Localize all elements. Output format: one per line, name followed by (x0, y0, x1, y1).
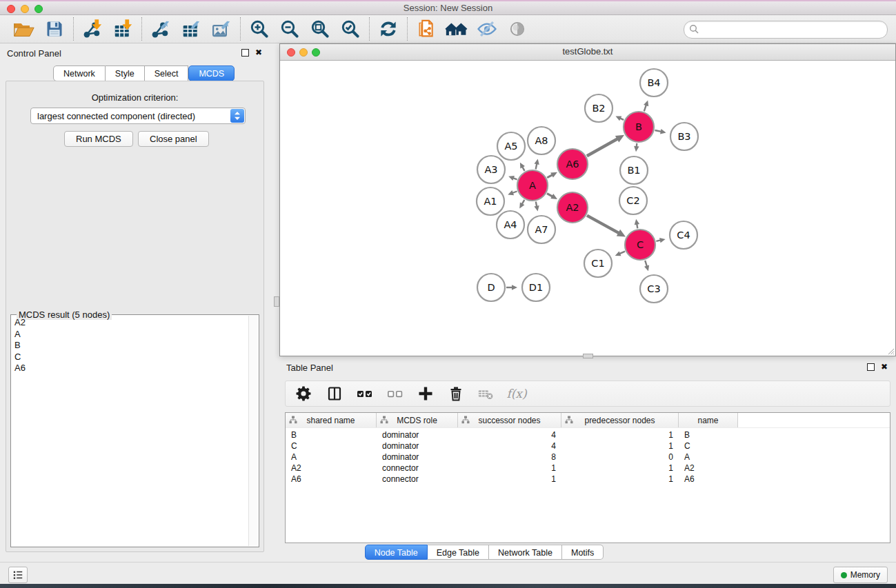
memory-button[interactable]: Memory (833, 567, 888, 583)
result-item[interactable]: A2 (12, 317, 249, 329)
column-header-name[interactable]: name (679, 413, 738, 427)
export-table-button[interactable] (179, 17, 203, 41)
table-row[interactable]: Adominator80A (286, 452, 738, 463)
network-zoom-traffic-light[interactable] (312, 48, 320, 57)
tab-mcds[interactable]: MCDS (188, 65, 235, 81)
result-item[interactable]: B (12, 340, 249, 352)
resize-grip-icon[interactable] (886, 347, 895, 355)
selected-criterion: largest connected component (directed) (37, 111, 195, 121)
tab-select[interactable]: Select (145, 65, 189, 81)
zoom-in-icon (249, 19, 270, 39)
search-input[interactable] (702, 22, 881, 37)
table-panel-title: Table Panel (286, 363, 333, 373)
result-scrollbar[interactable] (248, 316, 258, 546)
attribute-type-icon (565, 416, 573, 424)
add-icon (417, 385, 434, 402)
svg-text:B: B (635, 121, 642, 132)
delete-icon (448, 385, 464, 402)
vertical-splitter-handle[interactable] (274, 296, 279, 307)
cell-successor-nodes: 8 (458, 452, 561, 463)
cell-shared-name: A2 (286, 463, 377, 474)
save-button[interactable] (43, 17, 66, 41)
zoom-selected-button[interactable] (339, 17, 362, 41)
svg-text:A6: A6 (566, 159, 579, 170)
settings-button[interactable] (295, 385, 313, 403)
column-header-MCDS-role[interactable]: MCDS role (377, 413, 458, 427)
zoom-out-button[interactable] (278, 17, 301, 41)
tab-style[interactable]: Style (106, 65, 145, 81)
cell-shared-name: B (286, 429, 377, 440)
export-network-button[interactable] (149, 17, 172, 41)
network-canvas[interactable]: B4B2BB3B1A5A8A6A3AA1A2C2A4A7CC4C1C3DD1 (280, 61, 895, 356)
network-minimize-traffic-light[interactable] (299, 48, 308, 57)
result-item[interactable]: A (12, 329, 249, 341)
column-header-predecessor-nodes[interactable]: predecessor nodes (561, 413, 679, 427)
mcds-result-list[interactable]: A2ABCA6 (12, 317, 249, 546)
column-label: MCDS role (397, 416, 437, 425)
deselect-all-icon (386, 385, 404, 402)
columns-button[interactable] (326, 385, 344, 403)
cell-predecessor-nodes: 1 (561, 463, 679, 474)
open-folder-button[interactable] (12, 17, 36, 41)
column-header-successor-nodes[interactable]: successor nodes (458, 413, 561, 427)
float-table-panel-icon[interactable] (867, 363, 875, 371)
column-label: predecessor nodes (584, 416, 655, 425)
result-item[interactable]: C (12, 352, 249, 363)
close-traffic-light[interactable] (7, 5, 15, 13)
table-tabs: Node TableEdge TableNetwork TableMotifs (0, 545, 896, 560)
tab-edge-table[interactable]: Edge Table (428, 545, 489, 560)
function-icon: f(x) (506, 387, 526, 401)
table-row[interactable]: Bdominator41B (286, 429, 738, 440)
control-panel-header: Control Panel ✖ (0, 43, 269, 61)
optimization-criterion-select[interactable]: largest connected component (directed) (30, 108, 246, 124)
export-image-button[interactable] (210, 17, 233, 41)
node-table[interactable]: shared nameMCDS rolesuccessor nodesprede… (285, 412, 890, 543)
cell-MCDS-role: connector (377, 463, 458, 474)
session-document-button[interactable] (415, 17, 438, 41)
svg-text:A7: A7 (535, 224, 548, 235)
result-item[interactable]: A6 (12, 363, 249, 374)
zoom-fit-icon (310, 19, 330, 39)
network-window-titlebar[interactable]: testGlobe.txt (280, 44, 895, 61)
run-mcds-button[interactable]: Run MCDS (64, 131, 133, 147)
network-close-traffic-light[interactable] (287, 48, 295, 57)
table-row[interactable]: A2connector11A2 (286, 463, 738, 474)
tab-network[interactable]: Network (53, 65, 106, 81)
refresh-button[interactable] (377, 17, 400, 41)
column-header-shared-name[interactable]: shared name (286, 413, 377, 427)
tab-motifs[interactable]: Motifs (562, 545, 604, 560)
memory-label: Memory (850, 570, 880, 580)
close-panel-icon[interactable]: ✖ (255, 48, 262, 57)
tab-node-table[interactable]: Node Table (365, 545, 428, 560)
task-history-button[interactable] (8, 567, 28, 583)
cell-successor-nodes: 4 (458, 440, 561, 452)
zoom-traffic-light[interactable] (34, 5, 43, 13)
column-label: successor nodes (478, 416, 540, 425)
close-table-panel-icon[interactable]: ✖ (881, 363, 888, 371)
app-titlebar: Session: New Session (0, 0, 896, 15)
minimize-traffic-light[interactable] (21, 5, 29, 13)
network-window-title: testGlobe.txt (280, 44, 895, 59)
tab-network-table[interactable]: Network Table (489, 545, 562, 560)
select-all-button[interactable] (356, 385, 374, 403)
zoom-in-button[interactable] (248, 17, 271, 41)
show-details-button[interactable] (506, 17, 529, 41)
import-table-button[interactable] (111, 17, 135, 41)
table-row[interactable]: A6connector11A6 (286, 474, 738, 485)
delete-button[interactable] (447, 385, 465, 403)
horizontal-splitter-handle[interactable] (583, 354, 593, 358)
svg-text:A5: A5 (504, 141, 517, 152)
close-panel-button[interactable]: Close panel (138, 131, 209, 147)
home-button[interactable] (445, 17, 468, 41)
table-row[interactable]: Cdominator41C (286, 440, 738, 452)
hide-details-button[interactable] (475, 17, 499, 41)
column-label: name (697, 416, 718, 425)
zoom-fit-button[interactable] (308, 17, 332, 41)
cell-successor-nodes: 1 (458, 474, 561, 485)
cell-name: C (679, 440, 738, 452)
import-network-button[interactable] (81, 17, 104, 41)
svg-text:B3: B3 (677, 131, 690, 142)
float-panel-icon[interactable] (241, 49, 249, 57)
add-button[interactable] (417, 385, 435, 403)
deselect-all-button[interactable] (386, 385, 404, 403)
